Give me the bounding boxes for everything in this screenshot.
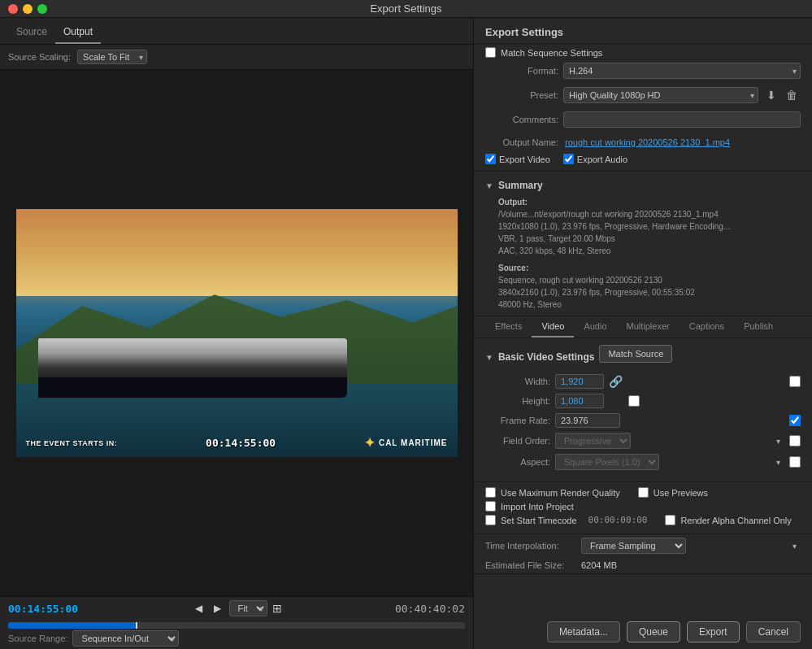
transport-bar: 00:14:55:00 ◀ ▶ Fit ⊞ 00:40:40:02 [0,596,473,620]
minimize-button[interactable] [23,4,33,14]
summary-title: Summary [498,180,543,191]
frame-rate-input[interactable] [555,413,620,428]
max-render-checkbox[interactable] [485,487,496,498]
summary-output-label: Output: /Volume...nt/export/rough cut wo… [498,196,801,220]
preset-row: Preset: High Quality 1080p HD ⬇ 🗑 [474,85,812,105]
interpolation-wrapper: Frame Sampling [581,538,801,554]
output-name-link[interactable]: rough cut working 20200526 2130_1.mp4 [565,137,730,147]
match-source-button[interactable]: Match Source [599,345,672,363]
link-icon: 🔗 [609,375,623,388]
summary-output-line2: 1920x1080 (1.0), 23.976 fps, Progressive… [498,220,801,233]
source-scaling-row: Source Scaling: Scale To Fit [0,45,473,70]
tab-publish[interactable]: Publish [734,316,783,338]
left-tabs: Source Output [0,18,473,45]
import-project-checkbox[interactable] [485,501,496,512]
export-video-checkbox[interactable] [485,154,496,164]
save-preset-button[interactable]: ⬇ [763,87,779,103]
format-select[interactable]: H.264 [563,63,801,79]
export-button[interactable]: Export [687,621,740,642]
cancel-button[interactable]: Cancel [746,621,801,642]
aspect-checkbox[interactable] [789,456,801,468]
timeline-bar: Source Range: Sequence In/Out [0,620,473,649]
field-order-wrapper: Progressive [555,433,784,449]
bottom-buttons: Metadata... Queue Export Cancel [474,615,812,649]
interpolation-row: Time Interpolation: Frame Sampling [474,534,812,557]
match-sequence-checkbox[interactable] [485,47,496,58]
width-label: Width: [485,377,550,386]
preview-frame: THE EVENT STARTS IN: 00:14:55:00 ✦ CAL M… [16,209,458,457]
field-order-checkbox[interactable] [789,435,801,446]
comments-input[interactable] [563,111,801,128]
width-row: Width: 🔗 [485,374,801,389]
tab-audio[interactable]: Audio [574,316,616,338]
summary-source-line2: 3840x2160 (1.0), 23.976 fps, Progressive… [498,286,801,298]
summary-source: Source: Sequence, rough cut working 2020… [498,262,801,311]
render-alpha-checkbox[interactable] [665,515,675,525]
format-row: Format: H.264 [474,61,812,81]
source-range-label: Source Range: [8,634,67,643]
delete-preset-button[interactable]: 🗑 [783,87,801,103]
field-order-select[interactable]: Progressive [555,433,631,449]
start-timecode-checkbox[interactable] [485,515,496,525]
fullscreen-button[interactable]: ⊞ [272,602,282,615]
width-input[interactable] [555,374,604,389]
format-select-wrapper: H.264 [563,63,801,79]
timeline-handle[interactable] [136,622,137,629]
fit-select[interactable]: Fit [229,600,267,616]
tab-effects[interactable]: Effects [485,316,532,338]
source-range-select[interactable]: Sequence In/Out [72,630,179,647]
preview-timecode: 00:14:55:00 [206,437,276,449]
source-scaling-wrapper: Scale To Fit [77,50,147,64]
output-name-row: Output Name: rough cut working 20200526 … [474,134,812,150]
match-sequence-label: Match Sequence Settings [501,48,602,58]
field-order-row: Field Order: Progressive [485,433,801,449]
bvs-header: ▼ Basic Video Settings Match Source [485,345,801,369]
maximize-button[interactable] [37,4,47,14]
export-audio-label: Export Audio [577,155,627,164]
tab-multiplexer[interactable]: Multiplexer [617,316,680,338]
tab-video[interactable]: Video [532,316,574,338]
preset-label: Preset: [485,90,558,100]
window-controls [8,4,47,14]
source-scaling-select[interactable]: Scale To Fit [77,50,147,64]
interpolation-label: Time Interpolation: [485,541,575,551]
preview-logo-text: CAL MARITIME [379,438,448,447]
tab-captions[interactable]: Captions [680,316,734,338]
bottom-options: Use Maximum Render Quality Use Previews … [474,482,812,534]
source-range-wrapper: Sequence In/Out [72,630,179,647]
preset-tools: ⬇ 🗑 [763,87,801,103]
import-project-label: Import Into Project [501,502,574,512]
aspect-row: Aspect: Square Pixels (1.0) [485,454,801,470]
use-previews-checkbox[interactable] [638,487,649,498]
export-checks-row: Export Video Export Audio [474,150,812,168]
next-frame-button[interactable]: ▶ [211,601,224,616]
match-sequence-row: Match Sequence Settings [474,44,812,61]
video-preview-area: THE EVENT STARTS IN: 00:14:55:00 ✦ CAL M… [0,70,473,596]
max-render-label: Use Maximum Render Quality [501,488,620,498]
fit-select-wrapper: Fit [229,600,267,616]
bvs-triangle-icon: ▼ [485,353,493,362]
interpolation-select[interactable]: Frame Sampling [581,538,686,554]
aspect-select[interactable]: Square Pixels (1.0) [555,454,659,470]
timeline-track[interactable] [8,622,465,629]
tab-source[interactable]: Source [8,23,55,44]
tab-output[interactable]: Output [55,23,101,44]
preset-select[interactable]: High Quality 1080p HD [563,87,758,103]
frame-rate-checkbox[interactable] [789,415,801,426]
metadata-button[interactable]: Metadata... [547,621,620,642]
main-layout: Source Output Source Scaling: Scale To F… [0,18,812,649]
preview-sky [16,209,458,296]
width-checkbox[interactable] [789,376,801,387]
separator-1 [474,171,812,172]
prev-frame-button[interactable]: ◀ [192,601,206,616]
source-scaling-label: Source Scaling: [8,52,71,62]
export-audio-checkbox[interactable] [563,154,574,164]
height-checkbox[interactable] [628,395,640,407]
aspect-wrapper: Square Pixels (1.0) [555,454,784,470]
time-display-right: 00:40:40:02 [395,603,465,615]
close-button[interactable] [8,4,18,14]
titlebar: Export Settings [0,0,812,18]
height-input[interactable] [555,394,604,408]
queue-button[interactable]: Queue [627,621,680,642]
basic-video-settings: ▼ Basic Video Settings Match Source Widt… [474,338,812,482]
